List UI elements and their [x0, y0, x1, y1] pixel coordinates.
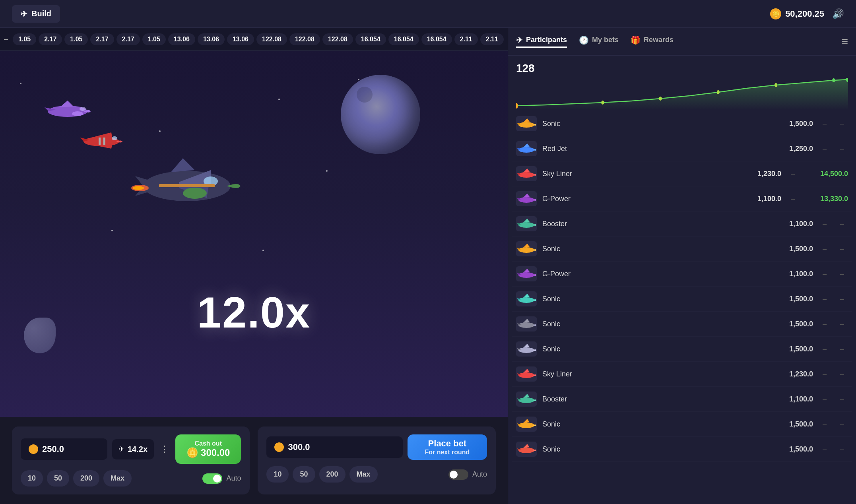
- auto-toggle-1[interactable]: Auto: [202, 473, 241, 484]
- svg-point-15: [659, 97, 662, 101]
- tab-my-bets[interactable]: 🕐 My bets: [579, 35, 619, 48]
- participant-row: Sonic 1,500.0 – –: [512, 111, 852, 136]
- plane-icon-1: ✈: [118, 445, 124, 454]
- quick-bet-200-2[interactable]: 200: [319, 466, 346, 483]
- multiplier-display: 12.0x: [0, 287, 508, 337]
- participant-row: Sonic 1,500.0 – –: [512, 312, 852, 337]
- participant-win-empty: –: [836, 245, 848, 253]
- quick-bet-200-1[interactable]: 200: [73, 470, 99, 487]
- sky-canvas: 12.0x: [0, 51, 508, 417]
- ticker-item: 13.06: [227, 33, 254, 45]
- participant-bet: 1,100.0: [773, 395, 813, 403]
- coin-icon-1: [29, 444, 38, 454]
- quick-bet-10-2[interactable]: 10: [266, 466, 289, 483]
- participant-win-empty: –: [836, 145, 848, 153]
- toggle-knob-2: [450, 471, 458, 479]
- place-bet-sublabel: For next round: [422, 449, 473, 456]
- participant-dash: –: [819, 445, 831, 454]
- participant-name: Sky Liner: [542, 170, 736, 178]
- quick-bet-max-2[interactable]: Max: [349, 466, 378, 483]
- participant-row: Sonic 1,500.0 – –: [512, 337, 852, 362]
- participant-avatar: [516, 266, 537, 281]
- ticker-item: 13.06: [168, 33, 195, 45]
- svg-point-16: [717, 90, 720, 94]
- coin-icon-2: [274, 442, 284, 452]
- svg-point-31: [518, 247, 534, 253]
- cashout-button[interactable]: Cash out 🪙 300.00: [175, 434, 241, 464]
- participant-win-empty: –: [836, 395, 848, 403]
- graph-svg: [516, 78, 848, 110]
- svg-point-35: [518, 297, 534, 303]
- bet-panel-2: 300.0 Place bet For next round 10 50 200…: [258, 426, 495, 494]
- participant-avatar: [516, 366, 537, 382]
- balance-display: 🪙 50,200.25: [770, 8, 824, 19]
- ticker-dash: –: [4, 35, 8, 43]
- participant-win-empty: –: [836, 120, 848, 128]
- menu-button[interactable]: ≡: [842, 35, 848, 48]
- participant-bet: 1,230.0: [773, 370, 813, 378]
- tab-participants[interactable]: ✈ Participants: [516, 35, 567, 48]
- svg-point-12: [112, 136, 117, 140]
- participant-name: G-Power: [542, 270, 768, 278]
- graph-count: 128: [516, 62, 848, 75]
- quick-bet-10-1[interactable]: 10: [21, 470, 43, 487]
- svg-rect-10: [99, 138, 101, 145]
- participant-row: Booster 1,100.0 – –: [512, 211, 852, 236]
- participant-win-empty: –: [836, 370, 848, 378]
- ticker-item: 122.08: [289, 33, 320, 45]
- participant-dash: –: [819, 245, 831, 253]
- svg-point-8: [80, 107, 86, 111]
- bet-amount-text-1: 250.0: [42, 444, 64, 454]
- participant-row: Sonic 1,500.0 – –: [512, 287, 852, 312]
- tab-rewards[interactable]: 🎁 Rewards: [631, 35, 674, 48]
- participant-name: Sonic: [542, 345, 768, 353]
- toggle-track-1[interactable]: [202, 473, 222, 484]
- svg-point-43: [518, 397, 534, 403]
- bet-amount-2: 300.0: [266, 436, 402, 458]
- header: ✈ Build 🪙 50,200.25 🔊: [0, 0, 856, 28]
- plane-purple: [44, 99, 91, 122]
- toggle-track-2[interactable]: [448, 469, 468, 480]
- participant-dash: –: [819, 145, 831, 153]
- bet-panel-1-bottom: 10 50 200 Max Auto: [21, 470, 241, 487]
- bet-amount-text-2: 300.0: [288, 442, 310, 452]
- place-bet-button[interactable]: Place bet For next round: [408, 434, 487, 460]
- participant-win-empty: –: [836, 345, 848, 353]
- ticker-item: 1.05: [64, 33, 88, 45]
- build-button[interactable]: ✈ Build: [12, 5, 60, 23]
- dots-button-1[interactable]: ⋮: [159, 444, 171, 454]
- tab-my-bets-label: My bets: [592, 36, 619, 44]
- svg-point-45: [518, 423, 534, 428]
- quick-bet-50-1[interactable]: 50: [47, 470, 69, 487]
- svg-point-21: [518, 122, 534, 128]
- participant-win-empty: –: [836, 420, 848, 428]
- ticker-item: 122.08: [256, 33, 287, 45]
- participant-dash: –: [819, 120, 831, 128]
- ticker-item: 1.05: [142, 33, 166, 45]
- participant-dash: –: [819, 420, 831, 428]
- svg-point-29: [518, 222, 534, 228]
- auto-toggle-2[interactable]: Auto: [448, 469, 487, 480]
- header-left: ✈ Build: [12, 5, 60, 23]
- participant-row: G-Power 1,100.0 – 13,330.0: [512, 186, 852, 211]
- svg-point-25: [518, 172, 534, 178]
- quick-bet-max-1[interactable]: Max: [103, 470, 132, 487]
- game-area: – 1.05 2.17 1.05 2.17 2.17 1.05 13.06 13…: [0, 28, 508, 504]
- quick-bet-50-2[interactable]: 50: [293, 466, 315, 483]
- svg-point-18: [832, 78, 835, 82]
- participant-avatar: [516, 417, 537, 432]
- bet-panel-1: 250.0 ✈ 14.2x ⋮ Cash out 🪙 300.00: [12, 426, 250, 494]
- svg-point-39: [518, 347, 534, 353]
- participant-win-empty: –: [836, 220, 848, 228]
- ticker-item: 16.054: [388, 33, 419, 45]
- participant-name: Sky Liner: [542, 370, 768, 378]
- participant-bet: 1,500.0: [773, 320, 813, 328]
- volume-button[interactable]: 🔊: [832, 8, 844, 19]
- participant-bet: 1,100.0: [773, 270, 813, 278]
- svg-point-41: [518, 372, 534, 378]
- multiplier-value: 12.0x: [197, 288, 311, 337]
- ticker-item: 2.17: [90, 33, 114, 45]
- place-bet-label: Place bet: [422, 438, 473, 449]
- right-tabs: ✈ Participants 🕐 My bets 🎁 Rewards ≡: [508, 28, 856, 56]
- mult-text-1: 14.2x: [128, 445, 148, 454]
